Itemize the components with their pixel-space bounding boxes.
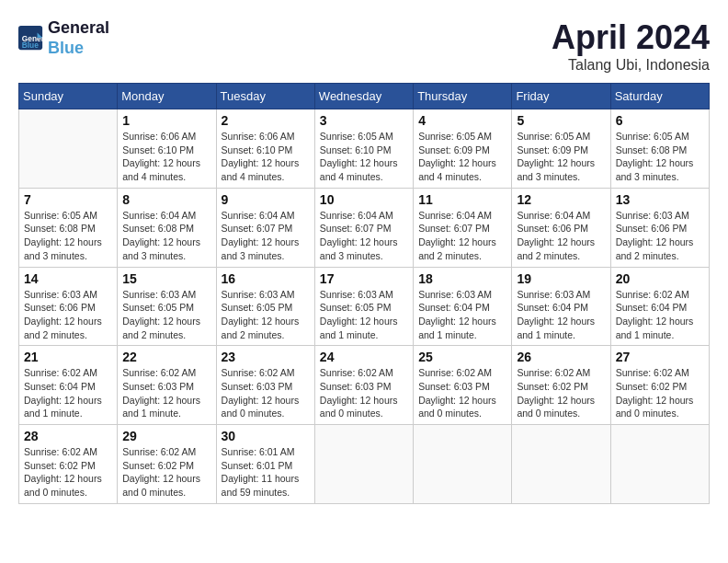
calendar-cell: 19Sunrise: 6:03 AM Sunset: 6:04 PM Dayli… — [512, 267, 610, 346]
calendar-cell: 7Sunrise: 6:05 AM Sunset: 6:08 PM Daylig… — [19, 188, 118, 267]
day-info: Sunrise: 6:02 AM Sunset: 6:02 PM Dayligh… — [616, 366, 704, 420]
calendar-week-row: 1Sunrise: 6:06 AM Sunset: 6:10 PM Daylig… — [19, 109, 710, 189]
calendar-week-row: 21Sunrise: 6:02 AM Sunset: 6:04 PM Dayli… — [19, 346, 710, 425]
calendar-cell — [314, 425, 413, 504]
day-info: Sunrise: 6:03 AM Sunset: 6:05 PM Dayligh… — [320, 288, 408, 342]
location-subtitle: Talang Ubi, Indonesia — [552, 57, 710, 74]
calendar-cell — [19, 109, 118, 189]
day-info: Sunrise: 6:02 AM Sunset: 6:02 PM Dayligh… — [517, 366, 605, 420]
day-number: 10 — [320, 192, 408, 207]
day-info: Sunrise: 6:04 AM Sunset: 6:06 PM Dayligh… — [517, 209, 605, 263]
day-info: Sunrise: 6:05 AM Sunset: 6:08 PM Dayligh… — [24, 209, 112, 263]
day-info: Sunrise: 6:02 AM Sunset: 6:03 PM Dayligh… — [320, 366, 408, 420]
day-info: Sunrise: 6:02 AM Sunset: 6:03 PM Dayligh… — [222, 366, 310, 420]
calendar-cell: 8Sunrise: 6:04 AM Sunset: 6:08 PM Daylig… — [118, 188, 216, 267]
day-info: Sunrise: 6:02 AM Sunset: 6:03 PM Dayligh… — [418, 366, 506, 420]
day-info: Sunrise: 6:05 AM Sunset: 6:08 PM Dayligh… — [616, 130, 704, 184]
day-number: 13 — [616, 192, 704, 207]
day-number: 24 — [320, 350, 408, 364]
day-number: 16 — [222, 271, 310, 286]
calendar-week-row: 28Sunrise: 6:02 AM Sunset: 6:02 PM Dayli… — [19, 425, 710, 504]
day-info: Sunrise: 6:02 AM Sunset: 6:04 PM Dayligh… — [24, 366, 112, 420]
title-block: April 2024 Talang Ubi, Indonesia — [552, 18, 710, 74]
day-info: Sunrise: 6:05 AM Sunset: 6:09 PM Dayligh… — [418, 130, 506, 184]
calendar-cell: 20Sunrise: 6:02 AM Sunset: 6:04 PM Dayli… — [610, 267, 709, 346]
day-info: Sunrise: 6:04 AM Sunset: 6:07 PM Dayligh… — [418, 209, 506, 263]
calendar-week-row: 7Sunrise: 6:05 AM Sunset: 6:08 PM Daylig… — [19, 188, 710, 267]
calendar-cell: 24Sunrise: 6:02 AM Sunset: 6:03 PM Dayli… — [314, 346, 413, 425]
logo: General Blue General Blue — [18, 18, 109, 58]
calendar-cell: 9Sunrise: 6:04 AM Sunset: 6:07 PM Daylig… — [216, 188, 314, 267]
day-number: 28 — [24, 429, 112, 443]
day-info: Sunrise: 6:06 AM Sunset: 6:10 PM Dayligh… — [122, 130, 210, 184]
day-number: 8 — [122, 192, 210, 207]
day-info: Sunrise: 6:04 AM Sunset: 6:08 PM Dayligh… — [122, 209, 210, 263]
calendar-cell: 3Sunrise: 6:05 AM Sunset: 6:10 PM Daylig… — [314, 109, 413, 189]
calendar-cell: 6Sunrise: 6:05 AM Sunset: 6:08 PM Daylig… — [610, 109, 709, 189]
day-number: 26 — [517, 350, 605, 364]
day-info: Sunrise: 6:01 AM Sunset: 6:01 PM Dayligh… — [222, 445, 310, 500]
calendar-day-header: Sunday — [19, 84, 118, 109]
calendar-cell: 28Sunrise: 6:02 AM Sunset: 6:02 PM Dayli… — [19, 425, 118, 504]
calendar-cell: 14Sunrise: 6:03 AM Sunset: 6:06 PM Dayli… — [19, 267, 118, 346]
logo-icon: General Blue — [18, 26, 44, 52]
day-number: 18 — [418, 271, 506, 286]
calendar-cell: 25Sunrise: 6:02 AM Sunset: 6:03 PM Dayli… — [414, 346, 512, 425]
day-number: 5 — [517, 113, 605, 128]
calendar-cell — [512, 425, 610, 504]
calendar-cell: 30Sunrise: 6:01 AM Sunset: 6:01 PM Dayli… — [216, 425, 314, 504]
day-number: 25 — [418, 350, 506, 364]
calendar-day-header: Thursday — [414, 84, 512, 109]
calendar-week-row: 14Sunrise: 6:03 AM Sunset: 6:06 PM Dayli… — [19, 267, 710, 346]
calendar-cell: 1Sunrise: 6:06 AM Sunset: 6:10 PM Daylig… — [118, 109, 216, 189]
day-number: 19 — [517, 271, 605, 286]
calendar-cell: 2Sunrise: 6:06 AM Sunset: 6:10 PM Daylig… — [216, 109, 314, 189]
day-number: 27 — [616, 350, 704, 364]
calendar-cell: 21Sunrise: 6:02 AM Sunset: 6:04 PM Dayli… — [19, 346, 118, 425]
svg-text:Blue: Blue — [22, 40, 39, 50]
day-number: 7 — [24, 192, 112, 207]
day-number: 2 — [222, 113, 310, 128]
day-number: 17 — [320, 271, 408, 286]
calendar-cell — [414, 425, 512, 504]
day-number: 30 — [222, 429, 310, 443]
day-info: Sunrise: 6:04 AM Sunset: 6:07 PM Dayligh… — [222, 209, 310, 263]
page-header: General Blue General Blue April 2024 Tal… — [18, 18, 710, 74]
day-number: 4 — [418, 113, 506, 128]
day-info: Sunrise: 6:05 AM Sunset: 6:09 PM Dayligh… — [517, 130, 605, 184]
day-info: Sunrise: 6:02 AM Sunset: 6:02 PM Dayligh… — [122, 445, 210, 500]
day-info: Sunrise: 6:04 AM Sunset: 6:07 PM Dayligh… — [320, 209, 408, 263]
day-number: 1 — [122, 113, 210, 128]
day-info: Sunrise: 6:03 AM Sunset: 6:05 PM Dayligh… — [222, 288, 310, 342]
day-number: 20 — [616, 271, 704, 286]
main-title: April 2024 — [552, 18, 710, 57]
calendar-day-header: Friday — [512, 84, 610, 109]
calendar-cell: 23Sunrise: 6:02 AM Sunset: 6:03 PM Dayli… — [216, 346, 314, 425]
day-number: 15 — [122, 271, 210, 286]
calendar-table: SundayMondayTuesdayWednesdayThursdayFrid… — [18, 83, 710, 504]
calendar-day-header: Monday — [118, 84, 216, 109]
calendar-cell: 17Sunrise: 6:03 AM Sunset: 6:05 PM Dayli… — [314, 267, 413, 346]
calendar-day-header: Tuesday — [216, 84, 314, 109]
calendar-cell: 18Sunrise: 6:03 AM Sunset: 6:04 PM Dayli… — [414, 267, 512, 346]
day-info: Sunrise: 6:06 AM Sunset: 6:10 PM Dayligh… — [222, 130, 310, 184]
day-info: Sunrise: 6:02 AM Sunset: 6:04 PM Dayligh… — [616, 288, 704, 342]
day-number: 22 — [122, 350, 210, 364]
day-number: 6 — [616, 113, 704, 128]
calendar-day-header: Wednesday — [314, 84, 413, 109]
day-info: Sunrise: 6:02 AM Sunset: 6:02 PM Dayligh… — [24, 445, 112, 500]
calendar-cell: 26Sunrise: 6:02 AM Sunset: 6:02 PM Dayli… — [512, 346, 610, 425]
calendar-day-header: Saturday — [610, 84, 709, 109]
day-info: Sunrise: 6:03 AM Sunset: 6:06 PM Dayligh… — [24, 288, 112, 342]
calendar-cell — [610, 425, 709, 504]
logo-text: General Blue — [48, 18, 109, 58]
day-number: 9 — [222, 192, 310, 207]
calendar-cell: 15Sunrise: 6:03 AM Sunset: 6:05 PM Dayli… — [118, 267, 216, 346]
day-number: 14 — [24, 271, 112, 286]
day-info: Sunrise: 6:03 AM Sunset: 6:04 PM Dayligh… — [418, 288, 506, 342]
calendar-cell: 10Sunrise: 6:04 AM Sunset: 6:07 PM Dayli… — [314, 188, 413, 267]
day-info: Sunrise: 6:05 AM Sunset: 6:10 PM Dayligh… — [320, 130, 408, 184]
calendar-cell: 27Sunrise: 6:02 AM Sunset: 6:02 PM Dayli… — [610, 346, 709, 425]
calendar-header-row: SundayMondayTuesdayWednesdayThursdayFrid… — [19, 84, 710, 109]
calendar-cell: 22Sunrise: 6:02 AM Sunset: 6:03 PM Dayli… — [118, 346, 216, 425]
